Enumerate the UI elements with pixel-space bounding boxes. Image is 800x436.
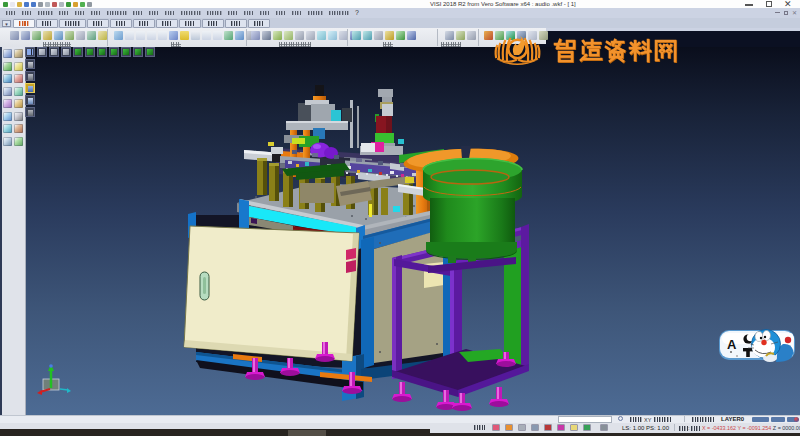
- svg-text:A: A: [727, 337, 737, 352]
